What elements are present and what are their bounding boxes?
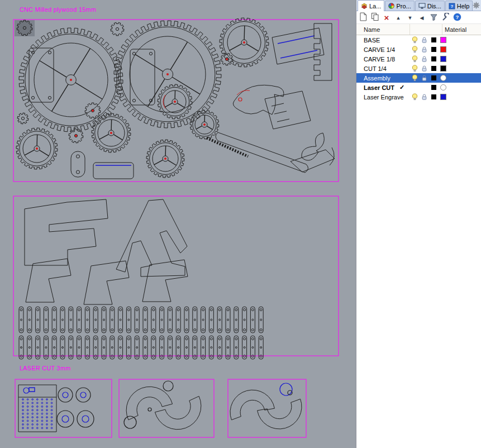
layer-name-cell: CUT 1/4: [356, 65, 410, 72]
sheet-label-laser: LASER CUT 3mm: [20, 365, 71, 371]
visibility-bulb-icon[interactable]: [410, 46, 420, 53]
layer-row-laser-engrave[interactable]: Laser Engrave: [356, 92, 481, 102]
svg-text:?: ?: [450, 4, 453, 9]
delete-layer-button[interactable]: ×: [381, 12, 392, 23]
visibility-bulb-icon[interactable]: [410, 55, 420, 63]
move-layer-down-button[interactable]: ▼: [404, 12, 416, 23]
layer-color-swatch[interactable]: [429, 75, 439, 80]
layer-name-cell: BASE: [356, 37, 410, 44]
layers-table-empty-area: [356, 102, 481, 448]
layer-material-swatch[interactable]: [439, 94, 448, 100]
tab-pro[interactable]: Pro...: [385, 1, 414, 11]
layer-name-cell: CARVE 1/4: [356, 46, 410, 53]
merge-layer-button[interactable]: ◀: [416, 12, 427, 23]
layer-name-cell: Laser Engrave: [356, 94, 410, 101]
layers-help-button[interactable]: ?: [451, 12, 463, 23]
layer-color-swatch[interactable]: [429, 85, 439, 90]
left-icon: ◀: [420, 14, 424, 21]
tab-label: Dis...: [427, 3, 441, 9]
helpc-icon: ?: [453, 13, 461, 22]
layers-table-header: Name Material: [356, 24, 481, 35]
column-header-material[interactable]: Material: [442, 24, 481, 35]
layer-name: Assembly: [364, 75, 390, 82]
lock-icon[interactable]: [420, 36, 429, 44]
tab-dis[interactable]: Dis...: [415, 1, 445, 11]
layer-color-swatch[interactable]: [429, 66, 439, 71]
layer-color-swatch[interactable]: [429, 56, 439, 61]
layer-name: Laser Engrave: [364, 94, 404, 101]
app-window: CNC Milled plywood 15mm LASER CUT 3mm La…: [0, 0, 481, 448]
tab-label: Pro...: [396, 3, 411, 9]
wrench-icon: [441, 13, 450, 22]
display-icon: [418, 3, 426, 9]
visibility-bulb-icon[interactable]: [410, 74, 420, 82]
layer-name: CARVE 1/8: [364, 56, 395, 63]
column-header-icons: [410, 24, 442, 35]
svg-text:?: ?: [455, 14, 459, 20]
filter-layers-button[interactable]: [428, 12, 439, 23]
page-icon: [359, 12, 367, 22]
layer-material-swatch[interactable]: [439, 84, 448, 90]
layer-name-cell: CARVE 1/8: [356, 56, 410, 63]
layer-row-carve-1-8[interactable]: CARVE 1/8: [356, 54, 481, 64]
tab-label: La...: [369, 3, 381, 9]
new-layer-button[interactable]: [358, 12, 369, 23]
layers-icon: [361, 3, 368, 9]
layer-row-carve-1-4[interactable]: CARVE 1/4: [356, 45, 481, 54]
drawing-svg: [0, 0, 356, 448]
lock-icon[interactable]: [420, 65, 429, 72]
layer-row-assembly[interactable]: Assembly: [356, 73, 481, 83]
layer-material-swatch[interactable]: [439, 46, 448, 53]
funnel-icon: [430, 13, 437, 22]
layer-color-swatch[interactable]: [429, 47, 439, 52]
move-layer-up-button[interactable]: ▲: [393, 12, 404, 23]
layer-name: CARVE 1/4: [364, 46, 395, 53]
lock-icon[interactable]: [420, 74, 429, 82]
layer-name-cell: Laser CUT✓: [356, 84, 410, 91]
up-icon: ▲: [396, 14, 401, 21]
layer-color-swatch[interactable]: [429, 37, 439, 42]
visibility-bulb-icon[interactable]: [410, 65, 420, 72]
layer-row-cut-1-4[interactable]: CUT 1/4: [356, 64, 481, 73]
layer-material-swatch[interactable]: [439, 75, 448, 81]
visibility-bulb-icon[interactable]: [410, 36, 420, 44]
properties-icon: [388, 3, 394, 9]
layer-material-swatch[interactable]: [439, 65, 448, 72]
layer-name: Laser CUT: [364, 84, 394, 91]
layer-name-cell: Assembly: [356, 75, 410, 82]
lock-icon[interactable]: [420, 46, 429, 53]
sheet-label-cnc: CNC Milled plywood 15mm: [20, 6, 96, 13]
copy-icon: [371, 12, 379, 22]
visibility-bulb-icon[interactable]: [410, 93, 420, 101]
column-header-name[interactable]: Name: [356, 24, 410, 35]
layer-name: CUT 1/4: [364, 65, 387, 72]
layers-panel: La...Pro...Dis...?Help ×▲▼◀? Name Materi…: [356, 0, 481, 448]
layer-row-laser-cut[interactable]: Laser CUT✓: [356, 83, 481, 92]
tab-la[interactable]: La...: [358, 0, 384, 11]
layer-color-swatch[interactable]: [429, 94, 439, 99]
delete-icon: ×: [384, 13, 389, 22]
layer-row-base[interactable]: BASE: [356, 35, 481, 45]
help-icon: ?: [449, 3, 455, 9]
layer-tools-button[interactable]: [440, 12, 451, 23]
panel-tabbar: La...Pro...Dis...?Help: [356, 0, 481, 11]
layer-name: BASE: [364, 37, 380, 44]
tab-label: Help: [457, 3, 470, 9]
down-icon: ▼: [408, 14, 413, 21]
duplicate-layer-button[interactable]: [369, 12, 380, 23]
layer-material-swatch[interactable]: [439, 56, 448, 62]
layers-toolbar: ×▲▼◀?: [356, 11, 481, 24]
lock-icon[interactable]: [420, 55, 429, 63]
layer-material-swatch[interactable]: [439, 37, 448, 43]
layers-table: BASECARVE 1/4CARVE 1/8CUT 1/4AssemblyLas…: [356, 35, 481, 102]
design-canvas[interactable]: CNC Milled plywood 15mm LASER CUT 3mm: [0, 0, 356, 448]
lock-icon[interactable]: [420, 93, 429, 101]
tab-help[interactable]: ?Help: [445, 1, 473, 11]
active-layer-check-icon: ✓: [399, 84, 404, 91]
settings-gear-icon[interactable]: [473, 2, 480, 9]
